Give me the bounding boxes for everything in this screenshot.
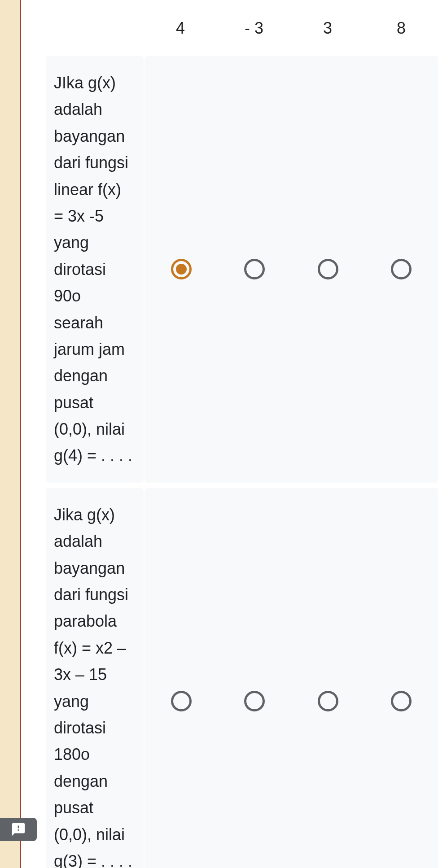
table-row: Jika g(x) adalah bayangan dari fungsi pa… xyxy=(46,488,438,868)
radio-cell xyxy=(365,691,438,711)
question-table: JIka g(x) adalah bayangan dari fungsi li… xyxy=(21,56,438,868)
option-header-3: 8 xyxy=(364,19,438,38)
option-header-0: 4 xyxy=(144,19,217,38)
radio-option-3[interactable] xyxy=(391,691,412,711)
table-row: JIka g(x) adalah bayangan dari fungsi li… xyxy=(46,56,438,483)
radio-cell xyxy=(365,259,438,279)
question-text: JIka g(x) adalah bayangan dari fungsi li… xyxy=(46,56,144,483)
radio-option-2[interactable] xyxy=(318,691,338,711)
radio-cell xyxy=(291,259,365,279)
radio-group-row-0 xyxy=(145,56,438,483)
radio-cell xyxy=(218,691,292,711)
radio-option-2[interactable] xyxy=(318,259,338,279)
radio-cell xyxy=(145,691,218,711)
radio-option-3[interactable] xyxy=(391,259,412,279)
radio-option-1[interactable] xyxy=(244,691,265,711)
radio-option-1[interactable] xyxy=(244,259,265,279)
radio-cell xyxy=(145,259,218,279)
options-header-row: 4 - 3 3 8 xyxy=(21,0,438,56)
radio-cell xyxy=(291,691,365,711)
option-header-2: 3 xyxy=(291,19,364,38)
radio-group-row-1 xyxy=(145,488,438,868)
page-left-margin xyxy=(0,0,20,868)
radio-option-0[interactable] xyxy=(171,259,192,279)
question-text: Jika g(x) adalah bayangan dari fungsi pa… xyxy=(46,488,144,868)
content-area: 4 - 3 3 8 JIka g(x) adalah bayangan dari… xyxy=(21,0,438,868)
feedback-icon xyxy=(10,822,27,837)
radio-cell xyxy=(218,259,292,279)
option-header-1: - 3 xyxy=(217,19,291,38)
feedback-button[interactable] xyxy=(0,818,37,841)
radio-option-0[interactable] xyxy=(171,691,192,711)
